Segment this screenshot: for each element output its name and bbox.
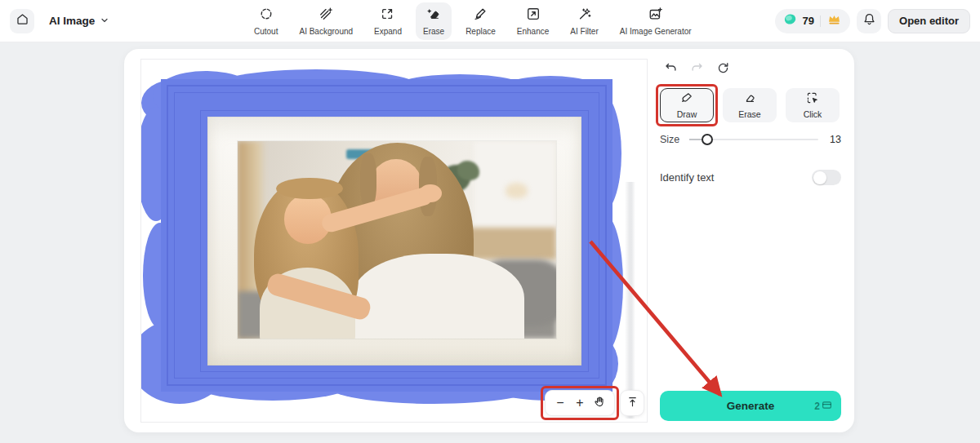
size-slider[interactable] bbox=[689, 134, 818, 145]
zoom-out-button[interactable]: − bbox=[550, 392, 570, 414]
home-icon bbox=[16, 12, 29, 29]
tool-label: AI Background bbox=[299, 27, 353, 36]
size-label: Size bbox=[660, 134, 679, 145]
eraser-icon bbox=[743, 91, 756, 108]
pan-button[interactable] bbox=[590, 392, 609, 414]
daughter-bangs bbox=[276, 178, 343, 200]
generate-button[interactable]: Generate 2 bbox=[660, 391, 841, 421]
minus-icon: − bbox=[556, 396, 564, 410]
open-editor-button[interactable]: Open editor bbox=[888, 9, 970, 33]
identify-text-toggle[interactable] bbox=[812, 170, 841, 185]
open-editor-label: Open editor bbox=[899, 15, 959, 27]
identify-text-label: Identify text bbox=[660, 171, 714, 184]
tool-label: Replace bbox=[466, 27, 496, 36]
daughter-hand bbox=[419, 184, 441, 202]
upload-icon bbox=[626, 396, 639, 411]
plus-icon: + bbox=[576, 396, 583, 410]
mode-label: Draw bbox=[677, 109, 697, 119]
canvas-controls: − + bbox=[545, 390, 644, 416]
editor-card: − + bbox=[124, 49, 854, 432]
credits-count: 79 bbox=[803, 15, 814, 27]
redo-icon bbox=[690, 61, 704, 78]
upload-button[interactable] bbox=[620, 390, 644, 416]
expand-icon bbox=[381, 7, 395, 24]
crown-icon bbox=[826, 11, 842, 30]
tool-ai-background[interactable]: AI Background bbox=[292, 2, 360, 40]
erase-tool-panel: Draw Erase Click bbox=[660, 60, 841, 421]
hand-icon bbox=[593, 395, 606, 411]
header-right: 79 Open editor bbox=[775, 9, 970, 33]
photo-mother-daughter bbox=[238, 141, 556, 339]
brush-size-row: Size 13 bbox=[660, 134, 841, 145]
tool-erase[interactable]: Erase bbox=[416, 2, 452, 40]
erase-icon bbox=[426, 7, 441, 24]
photo-plant bbox=[457, 161, 479, 180]
mother-shirt bbox=[352, 254, 524, 339]
divider bbox=[820, 16, 821, 27]
credits-pill[interactable]: 79 bbox=[775, 9, 850, 33]
zoom-controls-wrap: − + bbox=[545, 390, 615, 416]
product-label: AI Image bbox=[49, 15, 95, 27]
cutout-icon bbox=[259, 7, 274, 24]
reset-button[interactable] bbox=[714, 60, 732, 78]
tool-enhance[interactable]: Enhance bbox=[510, 2, 556, 40]
click-mode-button[interactable]: Click bbox=[786, 88, 840, 122]
enhance-icon bbox=[526, 7, 541, 24]
replace-icon bbox=[473, 7, 488, 24]
canvas-shade bbox=[625, 182, 635, 419]
reset-icon bbox=[716, 61, 730, 78]
tool-label: Enhance bbox=[517, 27, 549, 36]
erase-mode-button[interactable]: Erase bbox=[723, 88, 777, 122]
tool-expand[interactable]: Expand bbox=[367, 2, 409, 40]
toggle-knob bbox=[813, 171, 826, 184]
coin-icon bbox=[783, 12, 797, 29]
product-switcher[interactable]: AI Image bbox=[49, 14, 109, 29]
chevron-down-icon bbox=[100, 14, 109, 29]
undo-button[interactable] bbox=[662, 60, 679, 78]
redo-button[interactable] bbox=[688, 60, 706, 78]
edit-canvas[interactable]: − + bbox=[140, 59, 648, 423]
tool-label: Expand bbox=[374, 27, 402, 36]
click-select-icon bbox=[806, 91, 819, 108]
ai-image-generator-icon bbox=[648, 7, 663, 24]
credit-cost-icon bbox=[822, 400, 832, 413]
zoom-in-button[interactable]: + bbox=[570, 392, 590, 414]
photo-lamp bbox=[506, 183, 528, 198]
tool-label: Erase bbox=[423, 27, 444, 36]
draw-mode-button[interactable]: Draw bbox=[660, 88, 714, 122]
zoom-controls: − + bbox=[545, 390, 615, 416]
notifications-button[interactable] bbox=[857, 9, 881, 33]
brush-icon bbox=[680, 91, 693, 108]
identify-text-row: Identify text bbox=[660, 170, 841, 185]
bell-icon bbox=[862, 12, 876, 29]
mask-mode-buttons: Draw Erase Click bbox=[660, 88, 841, 122]
mode-label: Erase bbox=[738, 109, 760, 119]
generate-cost-value: 2 bbox=[814, 401, 820, 412]
tool-replace[interactable]: Replace bbox=[458, 2, 503, 40]
tool-label: AI Filter bbox=[570, 27, 598, 36]
history-row bbox=[660, 60, 841, 78]
generate-cost: 2 bbox=[814, 391, 832, 421]
slider-knob[interactable] bbox=[702, 134, 713, 145]
home-button[interactable] bbox=[10, 9, 34, 33]
tool-label: Cutout bbox=[254, 27, 278, 36]
mother-hair-strand bbox=[360, 153, 376, 209]
tool-ai-filter[interactable]: AI Filter bbox=[563, 2, 605, 40]
top-header: AI Image Cutout AI Background bbox=[0, 0, 980, 42]
ai-filter-icon bbox=[577, 7, 592, 24]
size-value: 13 bbox=[826, 134, 841, 145]
tool-label: AI Image Generator bbox=[620, 27, 692, 36]
generate-label: Generate bbox=[727, 400, 775, 412]
undo-icon bbox=[664, 61, 678, 78]
tool-cutout[interactable]: Cutout bbox=[247, 2, 285, 40]
tools-toolbar: Cutout AI Background Expand bbox=[247, 0, 699, 42]
mode-label: Click bbox=[804, 109, 822, 119]
ai-background-icon bbox=[318, 7, 333, 24]
draw-mode-wrap: Draw bbox=[660, 88, 714, 122]
tool-ai-image-generator[interactable]: AI Image Generator bbox=[612, 2, 699, 40]
